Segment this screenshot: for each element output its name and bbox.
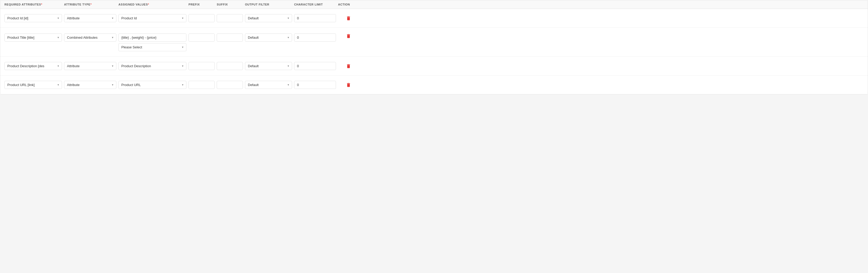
attr-type-select-2[interactable]: Combined Attributes ▾ (64, 33, 116, 41)
chevron-down-icon: ▾ (112, 36, 114, 39)
char-limit-input-4[interactable]: 0 (294, 81, 336, 89)
attr-type-select-4[interactable]: Attribute ▾ (64, 81, 116, 89)
chevron-down-icon: ▾ (182, 46, 184, 49)
attr-type-select-3[interactable]: Attribute ▾ (64, 62, 116, 70)
chevron-down-icon: ▾ (58, 64, 59, 68)
suffix-input-1[interactable] (217, 14, 243, 22)
delete-button-3[interactable] (338, 64, 359, 69)
char-limit-input-2[interactable]: 0 (294, 33, 336, 41)
suffix-input-2[interactable] (217, 33, 243, 41)
combined-values-2: {title} , {weight} - {price} Please Sele… (118, 33, 186, 51)
header-character-limit: CHARACTER LIMIT (294, 3, 336, 6)
attributes-table: REQUIRED ATTRIBUTES* ATTRIBUTE TYPE* ASS… (0, 0, 868, 94)
output-filter-select-3[interactable]: Default ▾ (245, 62, 292, 70)
header-required-attributes: REQUIRED ATTRIBUTES* (4, 3, 62, 6)
attr-type-select-1[interactable]: Attribute ▾ (64, 14, 116, 22)
assigned-value-select-3[interactable]: Product Description ▾ (118, 62, 186, 70)
suffix-input-3[interactable] (217, 62, 243, 70)
required-attr-select-4[interactable]: Product URL [link] ▾ (4, 81, 62, 89)
char-limit-input-3[interactable]: 0 (294, 62, 336, 70)
table-row: Product Description [des ▾ Attribute ▾ P… (0, 57, 868, 75)
table-row: Product Title [title] ▾ Combined Attribu… (0, 28, 868, 57)
assigned-value-select-4[interactable]: Product URL ▾ (118, 81, 186, 89)
chevron-down-icon: ▾ (112, 17, 114, 20)
delete-button-2[interactable] (338, 33, 359, 39)
chevron-down-icon: ▾ (182, 83, 184, 87)
chevron-down-icon: ▾ (58, 17, 59, 20)
output-filter-select-2[interactable]: Default ▾ (245, 33, 292, 41)
combined-tag-value: {title} , {weight} - {price} (118, 33, 186, 41)
prefix-input-2[interactable] (188, 33, 215, 41)
output-filter-select-1[interactable]: Default ▾ (245, 14, 292, 22)
header-output-filter: OUTPUT FILTER (245, 3, 292, 6)
required-attr-select-2[interactable]: Product Title [title] ▾ (4, 33, 62, 41)
header-action: ACTION (338, 3, 359, 6)
header-attribute-type: ATTRIBUTE TYPE* (64, 3, 116, 6)
chevron-down-icon: ▾ (112, 64, 114, 68)
output-filter-select-4[interactable]: Default ▾ (245, 81, 292, 89)
required-attr-select-3[interactable]: Product Description [des ▾ (4, 62, 62, 70)
table-row: Product URL [link] ▾ Attribute ▾ Product… (0, 75, 868, 94)
table-row: Product Id [id] ▾ Attribute ▾ Product Id… (0, 9, 868, 28)
chevron-down-icon: ▾ (182, 64, 184, 68)
delete-button-1[interactable] (338, 16, 359, 21)
chevron-down-icon: ▾ (112, 83, 114, 87)
required-attr-select-1[interactable]: Product Id [id] ▾ (4, 14, 62, 22)
chevron-down-icon: ▾ (182, 17, 184, 20)
chevron-down-icon: ▾ (287, 17, 289, 20)
header-prefix: PREFIX (188, 3, 215, 6)
delete-button-4[interactable] (338, 82, 359, 88)
header-assigned-values: ASSIGNED VALUES* (118, 3, 186, 6)
chevron-down-icon: ▾ (287, 64, 289, 68)
prefix-input-1[interactable] (188, 14, 215, 22)
chevron-down-icon: ▾ (287, 36, 289, 39)
header-suffix: SUFFIX (217, 3, 243, 6)
please-select-dropdown[interactable]: Please Select ▾ (118, 43, 186, 51)
char-limit-input-1[interactable]: 0 (294, 14, 336, 22)
chevron-down-icon: ▾ (58, 83, 59, 87)
suffix-input-4[interactable] (217, 81, 243, 89)
prefix-input-4[interactable] (188, 81, 215, 89)
chevron-down-icon: ▾ (287, 83, 289, 87)
prefix-input-3[interactable] (188, 62, 215, 70)
chevron-down-icon: ▾ (58, 36, 59, 39)
assigned-value-select-1[interactable]: Product Id ▾ (118, 14, 186, 22)
table-header: REQUIRED ATTRIBUTES* ATTRIBUTE TYPE* ASS… (0, 0, 868, 9)
